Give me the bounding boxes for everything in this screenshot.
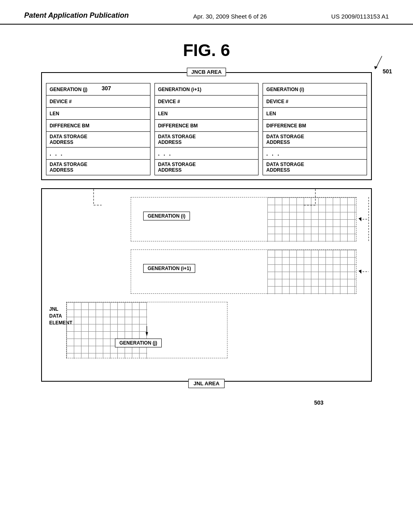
jncb-col1-cell-3: LEN: [46, 108, 150, 120]
jncb-diagram: JNCB AREA 307 GENERATION (j) DEVICE # LE…: [41, 72, 372, 180]
diagrams-container: 501 JNCB AREA 307 GENERATION (j) DEVICE …: [41, 72, 372, 382]
gen-i1-label: GENERATION (i+1): [143, 264, 195, 273]
jncb-column-2: GENERATION (i+1) DEVICE # LEN DIFFERENCE…: [154, 83, 259, 175]
publication-number: US 2009/0113153 A1: [331, 13, 389, 20]
jncb-col3-cell-6: . . .: [263, 148, 367, 160]
jncb-col1-cell-5: DATA STORAGEADDRESS: [46, 132, 150, 148]
gen-j-label: GENERATION (j): [115, 339, 162, 347]
gen-j-block: GENERATION (j): [66, 302, 227, 358]
main-content: FIG. 6 501 JNCB AREA 307 GENERATION (j) …: [0, 25, 413, 394]
jncb-col1-cell-1: GENERATION (j): [46, 83, 150, 96]
jncb-col3-cell-4: DIFFERENCE BM: [263, 120, 367, 132]
jncb-col1-cell-6: . . .: [46, 148, 150, 160]
jncb-col3-cell-1: GENERATION (i): [263, 83, 367, 96]
gen-i1-block: GENERATION (i+1): [131, 249, 357, 294]
jncb-col3-cell-2: DEVICE #: [263, 96, 367, 108]
figure-title: FIG. 6: [24, 41, 389, 60]
publication-date: Apr. 30, 2009 Sheet 6 of 26: [193, 13, 267, 20]
jncb-col2-cell-5: DATA STORAGEADDRESS: [155, 132, 259, 148]
jncb-col1-cell-4: DIFFERENCE BM: [46, 120, 150, 132]
jncb-column-3: GENERATION (i) DEVICE # LEN DIFFERENCE B…: [263, 83, 367, 175]
jnl-area-label: JNL AREA: [188, 379, 225, 388]
publication-title: Patent Application Publication: [24, 11, 129, 20]
jncb-col2-cell-2: DEVICE #: [155, 96, 259, 108]
jncb-col2-cell-3: LEN: [155, 108, 259, 120]
jncb-column-1: GENERATION (j) DEVICE # LEN DIFFERENCE B…: [46, 83, 150, 175]
jncb-columns: GENERATION (j) DEVICE # LEN DIFFERENCE B…: [46, 83, 367, 175]
svg-marker-1: [374, 66, 378, 69]
gen-i-block: GENERATION (i): [131, 197, 357, 241]
gen-i-label: GENERATION (i): [143, 212, 190, 220]
jnl-diagram: JNLDATAELEMENT GENERATION (i) GENERATION…: [41, 188, 372, 382]
jncb-col3-cell-5: DATA STORAGEADDRESS: [263, 132, 367, 148]
gen-j-grid: [67, 302, 147, 359]
jncb-col3-cell-7: DATA STORAGEADDRESS: [263, 160, 367, 175]
jncb-col1-cell-7: DATA STORAGEADDRESS: [46, 160, 150, 175]
ref-503: 503: [314, 399, 323, 406]
jncb-area-label: JNCB AREA: [187, 68, 226, 76]
svg-line-0: [376, 56, 382, 68]
jncb-col2-cell-1: GENERATION (i+1): [155, 83, 259, 96]
jncb-col3-cell-3: LEN: [263, 108, 367, 120]
arrow-501-svg: [364, 54, 388, 74]
jncb-col1-cell-2: DEVICE #: [46, 96, 150, 108]
jncb-col2-cell-7: DATA STORAGEADDRESS: [155, 160, 259, 175]
page-header: Patent Application Publication Apr. 30, …: [0, 0, 413, 25]
gen-i-grid: [267, 197, 356, 242]
jncb-col2-cell-6: . . .: [155, 148, 259, 160]
gen-i1-grid: [267, 250, 356, 294]
svg-marker-4: [359, 217, 361, 221]
jncb-col2-cell-4: DIFFERENCE BM: [155, 120, 259, 132]
jncb-ref-number: 307: [102, 85, 111, 91]
svg-marker-6: [359, 270, 361, 274]
